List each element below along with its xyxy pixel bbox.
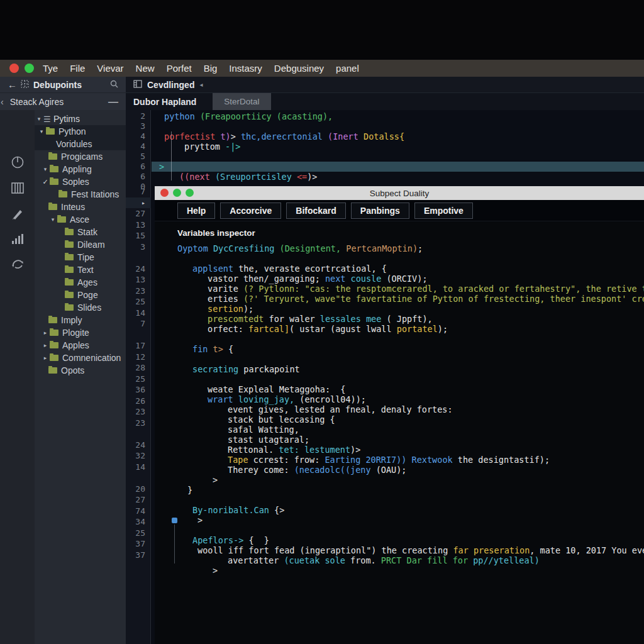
menu-item-new[interactable]: New	[136, 63, 155, 74]
code-segment: pryttom	[184, 142, 225, 152]
line-number: 32	[126, 450, 151, 462]
sidebar-item-dileam[interactable]: Dileam	[35, 238, 126, 251]
sidebar-item-slides[interactable]: Slides	[35, 301, 126, 314]
tree-item-label: Apples	[62, 340, 89, 350]
breadcrumb-row: ‹ Steack Agires — Dubor Hapland SterDota…	[0, 93, 644, 110]
sidebar-item-ages[interactable]: Ages	[35, 276, 126, 289]
sidebar-item-appling[interactable]: ▾Appling	[35, 163, 126, 175]
power-icon[interactable]	[11, 155, 25, 172]
menu-item-panel[interactable]: panel	[336, 63, 359, 74]
sidebar-item-python[interactable]: ▾Python	[35, 125, 126, 138]
folder-icon	[50, 166, 58, 172]
sidebar-item-apples[interactable]: ▸Apples	[35, 339, 126, 352]
inspector-code-line: >	[155, 515, 644, 525]
tab-help[interactable]: Help	[177, 203, 215, 219]
chevron-right-icon[interactable]: ▸	[41, 342, 50, 348]
sidebar-item-soples[interactable]: ✓Soples	[35, 175, 126, 188]
folder-icon	[48, 317, 57, 323]
line-number: 2	[126, 111, 151, 121]
code-segment: thc,derecrtonial	[241, 131, 328, 142]
menu-items: TyeFileVievarNewPorfetBigInstasryDebgusi…	[43, 63, 371, 74]
line-number: 20	[126, 484, 151, 495]
code-segment: >	[197, 515, 203, 525]
folder-icon	[65, 242, 74, 248]
refresh-icon[interactable]	[11, 257, 25, 272]
back-arrow-icon[interactable]: ←	[8, 79, 17, 90]
maximize-button[interactable]	[25, 64, 34, 73]
menu-item-big[interactable]: Big	[204, 63, 218, 74]
close-button[interactable]	[9, 64, 19, 73]
code-segment: (ORCIV);	[386, 274, 427, 284]
sidebar-item-poge[interactable]: Poge	[35, 289, 126, 301]
inspector-code-line: stast utagtaral;	[155, 435, 644, 445]
inspector-close-button[interactable]	[160, 189, 169, 197]
inspector-title-bar[interactable]: Subpect Duality	[155, 186, 644, 200]
chevron-right-icon[interactable]: ▸	[41, 330, 50, 336]
menu-item-instasry[interactable]: Instasry	[229, 63, 262, 74]
line-number: 4	[126, 131, 151, 142]
library-icon[interactable]	[11, 182, 25, 197]
line-number: 28	[126, 362, 151, 374]
chevron-down-icon[interactable]: ▾	[37, 128, 46, 135]
hamburger-icon: ☰	[43, 114, 53, 124]
menu-item-tye[interactable]: Tye	[43, 63, 58, 74]
grid-icon[interactable]	[21, 79, 29, 91]
menu-item-porfet[interactable]: Porfet	[167, 63, 192, 74]
code-segment: ((next	[179, 172, 215, 182]
sidebar-item-progicams[interactable]: Progicams	[35, 150, 126, 163]
sidebar-item-voridules[interactable]: Voridules	[35, 138, 126, 150]
sidebar-item-opots[interactable]: Opots	[35, 364, 126, 377]
tree-item-label: Tipe	[77, 252, 94, 262]
tree-item-label: Soples	[62, 177, 89, 187]
document-title[interactable]: Cevdlinged	[147, 80, 194, 90]
inspector-code-line: Apeflors-> { }	[155, 535, 644, 545]
sidebar-item-text[interactable]: Text	[35, 264, 126, 276]
minimize-panel-icon[interactable]: —	[108, 96, 118, 108]
tab-panbings[interactable]: Panbings	[351, 203, 409, 219]
code-segment: (Designtent,	[280, 243, 347, 253]
chevron-left-icon[interactable]: ◂	[199, 81, 203, 88]
breadcrumb[interactable]: Dubor Hapland	[133, 97, 196, 107]
sidebar-item-imply[interactable]: Imply	[35, 314, 126, 326]
tab-empotive[interactable]: Empotive	[414, 203, 473, 219]
menu-item-file[interactable]: File	[70, 63, 85, 74]
inspector-code-line: event gives, lested an fneal, denaly for…	[155, 404, 644, 414]
pencil-icon[interactable]	[11, 207, 25, 223]
sidebar-item-tipe[interactable]: Tipe	[35, 251, 126, 264]
tab-accorcive[interactable]: Accorcive	[220, 203, 281, 219]
breakpoint-marker[interactable]	[172, 518, 177, 523]
sidebar-item-plogite[interactable]: ▸Plogite	[35, 326, 126, 339]
sidebar-item-asce[interactable]: ▾Asce	[35, 213, 126, 226]
inspector-maximize-button[interactable]	[186, 189, 194, 197]
bar-chart-icon[interactable]	[11, 233, 25, 247]
collapse-chevron-icon[interactable]: ‹	[1, 97, 4, 107]
line-number: 14	[126, 462, 151, 473]
line-number: 3	[126, 242, 151, 253]
folder-icon	[50, 179, 58, 185]
code-segment: vastor then/_garaging;	[208, 274, 325, 284]
sidebar-item-inteus[interactable]: Inteus	[35, 201, 126, 213]
sidebar-item-statk[interactable]: Statk	[35, 226, 126, 238]
code-segment: safal Watting,	[228, 425, 299, 435]
menu-item-debgusiney[interactable]: Debgusiney	[274, 63, 324, 74]
chevron-down-icon[interactable]: ▾	[48, 216, 57, 223]
chevron-down-icon[interactable]: ▾	[41, 166, 50, 172]
inspector-code: Oyptom DycCresfiing (Designtent, Pertcan…	[155, 243, 644, 575]
tree-header[interactable]: ▾ ☰ Pytims	[35, 113, 126, 125]
ide-window: TyeFileVievarNewPorfetBigInstasryDebgusi…	[0, 60, 644, 644]
inspector-code-line: wooll iff fort fead (ingeraptionl") the …	[155, 545, 644, 555]
tab-sterdotal[interactable]: SterDotal	[213, 93, 270, 110]
code-segment: DycCresfiing	[213, 243, 280, 253]
code-segment: porfectist	[164, 131, 220, 142]
search-icon[interactable]	[110, 79, 118, 91]
line-numbers-lower: 7▸27131532413232514717122825362623232432…	[126, 186, 151, 560]
chevron-right-icon[interactable]: ▸	[41, 355, 50, 361]
folder-icon	[57, 216, 66, 223]
sidebar-item-fest-itations[interactable]: Fest Itations	[35, 188, 126, 201]
inspector-minimize-button[interactable]	[173, 189, 181, 197]
folder-icon	[46, 128, 55, 135]
line-number: 3	[126, 121, 151, 131]
menu-item-vievar[interactable]: Vievar	[97, 63, 123, 74]
tab-bifockard[interactable]: Bifockard	[286, 203, 346, 219]
sidebar-item-comnenication[interactable]: ▸Comnenication	[35, 352, 126, 364]
